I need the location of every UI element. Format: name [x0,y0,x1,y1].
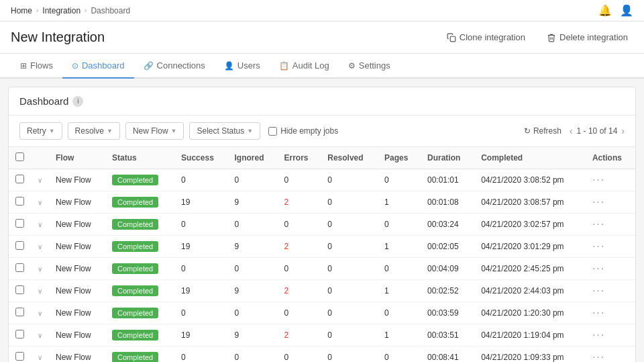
row-checkbox-cell [9,280,31,302]
delete-integration-button[interactable]: Delete integration [541,30,633,45]
table-row: ∨ New Flow Completed 0 0 0 0 0 00:01:01 … [9,169,635,191]
row-expand-cell: ∨ [31,347,49,363]
row-success: 19 [174,191,227,214]
expand-button-4[interactable]: ∨ [38,265,42,273]
row-checkbox-3[interactable] [15,241,24,250]
row-errors: 0 [277,302,321,324]
actions-menu-8[interactable]: ··· [592,351,605,362]
row-checkbox-2[interactable] [15,219,24,228]
dashboard-info-icon[interactable]: i [72,96,83,107]
row-duration: 00:01:01 [421,169,474,191]
row-expand-cell: ∨ [31,302,49,324]
expand-button-6[interactable]: ∨ [38,310,42,317]
prev-page-button[interactable]: ‹ [570,126,573,136]
row-pages: 0 [378,302,421,324]
actions-menu-7[interactable]: ··· [592,329,605,341]
row-status: Completed [105,324,174,347]
refresh-label: Refresh [533,126,561,136]
notification-icon[interactable]: 🔔 [598,4,612,17]
row-flow: New Flow [49,214,105,236]
tab-users-label: Users [237,60,260,71]
tab-audit-log[interactable]: 📋 Audit Log [270,54,339,79]
row-success: 19 [174,280,227,302]
table-row: ∨ New Flow Completed 19 9 2 0 1 00:03:51… [9,324,635,347]
row-actions: ··· [586,347,635,363]
resolve-button[interactable]: Resolve ▼ [68,122,120,140]
row-pages: 0 [378,214,421,236]
row-ignored: 9 [228,191,278,214]
row-checkbox-cell [9,191,31,214]
row-completed: 04/21/2020 3:08:57 pm [474,191,586,214]
tab-users[interactable]: 👤 Users [215,54,270,79]
row-resolved: 0 [321,214,378,236]
clone-integration-button[interactable]: Clone integration [441,30,531,45]
breadcrumb-home[interactable]: Home [11,6,32,15]
row-duration: 00:02:52 [421,280,474,302]
row-checkbox-8[interactable] [15,352,24,361]
row-actions: ··· [586,324,635,347]
errors-value-7: 2 [284,330,288,340]
errors-value-2: 0 [284,220,288,229]
actions-menu-5[interactable]: ··· [592,285,605,296]
tab-dashboard-label: Dashboard [82,60,125,71]
row-checkbox-7[interactable] [15,330,24,338]
clone-icon [447,33,456,42]
select-status-button[interactable]: Select Status ▼ [189,122,260,140]
errors-value-3: 2 [284,242,288,251]
actions-menu-0[interactable]: ··· [592,174,605,185]
tab-connections[interactable]: 🔗 Connections [134,54,215,79]
row-actions: ··· [586,191,635,214]
row-expand-cell: ∨ [31,324,49,347]
actions-menu-4[interactable]: ··· [592,263,605,274]
breadcrumb-sep-1: › [36,7,38,14]
next-page-button[interactable]: › [621,126,625,136]
expand-button-8[interactable]: ∨ [38,354,42,361]
tab-flows[interactable]: ⊞ Flows [11,54,62,79]
status-badge-1: Completed [112,197,158,208]
select-all-checkbox[interactable] [15,152,24,161]
row-checkbox-0[interactable] [15,175,24,183]
actions-menu-2[interactable]: ··· [592,218,605,230]
new-flow-dropdown-arrow: ▼ [171,128,177,134]
refresh-button[interactable]: ↻ Refresh [524,126,561,136]
row-status: Completed [105,347,174,363]
row-pages: 1 [378,236,421,258]
expand-button-3[interactable]: ∨ [38,243,42,251]
table-row: ∨ New Flow Completed 0 0 0 0 0 00:04:09 … [9,258,635,280]
row-duration: 00:03:59 [421,302,474,324]
row-pages: 0 [378,169,421,191]
expand-button-2[interactable]: ∨ [38,221,42,228]
page-title: New Integration [11,30,105,45]
dashboard-icon: ⊙ [72,61,78,71]
expand-button-7[interactable]: ∨ [38,332,42,339]
jobs-table: Flow Status Success Ignored Errors Resol… [9,147,635,362]
user-icon[interactable]: 👤 [620,4,633,17]
retry-button[interactable]: Retry ▼ [19,122,62,140]
actions-menu-3[interactable]: ··· [592,240,605,252]
table-row: ∨ New Flow Completed 0 0 0 0 0 00:03:59 … [9,302,635,324]
expand-button-1[interactable]: ∨ [38,199,42,206]
connections-icon: 🔗 [144,61,154,71]
row-checkbox-1[interactable] [15,197,24,206]
expand-button-5[interactable]: ∨ [38,287,42,295]
tab-settings[interactable]: ⚙ Settings [339,54,400,79]
th-ignored: Ignored [228,147,278,169]
row-success: 19 [174,236,227,258]
hide-empty-label[interactable]: Hide empty jobs [268,126,338,136]
row-status: Completed [105,169,174,191]
row-ignored: 9 [228,280,278,302]
row-checkbox-6[interactable] [15,308,24,316]
breadcrumb-current: Dashboard [91,6,130,15]
actions-menu-6[interactable]: ··· [592,307,605,318]
breadcrumb-integration[interactable]: Integration [42,6,80,15]
expand-button-0[interactable]: ∨ [38,177,42,184]
row-resolved: 0 [321,280,378,302]
hide-empty-checkbox[interactable] [268,127,277,136]
tab-dashboard[interactable]: ⊙ Dashboard [62,54,134,79]
new-flow-button[interactable]: New Flow ▼ [125,122,184,140]
page-header: New Integration Clone integration Delete… [0,21,644,54]
row-errors: 0 [277,258,321,280]
row-checkbox-4[interactable] [15,263,24,272]
row-checkbox-5[interactable] [15,285,24,294]
actions-menu-1[interactable]: ··· [592,196,605,208]
